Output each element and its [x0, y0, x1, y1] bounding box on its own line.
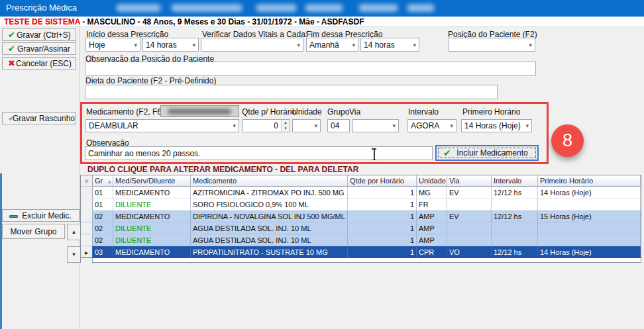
- cell-via: [447, 222, 492, 234]
- move-group-up-button[interactable]: ▲: [67, 224, 81, 240]
- cell-qtde: 1: [348, 222, 417, 234]
- end-day-value: Amanhã: [309, 40, 339, 50]
- step-number: 8: [563, 130, 572, 151]
- medication-select[interactable]: DEAMBULAR ▾: [85, 119, 239, 132]
- include-medication-button[interactable]: ✔ Incluir Medicamento: [435, 145, 539, 161]
- delete-medication-label: Excluir Medic.: [22, 211, 72, 220]
- cancel-button-label: Cancelar (ESC): [16, 59, 72, 68]
- cell-medicamento: SORO FISIOLOGICO 0,9% 100 ML: [191, 199, 348, 211]
- interval-select[interactable]: AGORA ▾: [407, 119, 456, 132]
- interval-value: AGORA: [411, 121, 439, 130]
- vitals-check-select[interactable]: ▾: [201, 38, 303, 52]
- minus-icon: [9, 215, 18, 218]
- step-8-badge: 8: [551, 124, 584, 157]
- position-observation-input[interactable]: [85, 62, 536, 75]
- table-row[interactable]: 02 DILUENTE AGUA DESTILADA SOL. INJ. 10 …: [81, 222, 641, 234]
- cell-unidade: AMP: [417, 211, 447, 222]
- cell-unidade: MG: [417, 187, 447, 199]
- table-row-selected[interactable]: ▸ 03 MEDICAMENTO PROPATILNITRATO - SUSTR…: [81, 246, 641, 258]
- delete-medication-button[interactable]: Excluir Medic.: [2, 209, 80, 222]
- redacted-title-text: [171, 4, 242, 12]
- move-group-button[interactable]: Mover Grupo: [2, 224, 65, 239]
- route-select[interactable]: ▾: [352, 119, 399, 132]
- arrow-down-icon: ▼: [72, 252, 77, 258]
- chevron-down-icon: ▾: [413, 42, 416, 48]
- stepper-arrows[interactable]: ▲ ▼: [281, 120, 290, 132]
- patient-header: TESTE DE SISTEMA - MASCULINO - 48 Anos, …: [0, 17, 644, 27]
- cell-via: EV: [447, 211, 492, 222]
- start-time-select[interactable]: 14 horas ▾: [142, 38, 199, 52]
- cell-tipo: DILUENTE: [113, 199, 191, 211]
- redacted-text: [168, 109, 231, 115]
- cell-tipo: MEDICAMENTO: [113, 187, 191, 199]
- column-header-intervalo[interactable]: Intervalo: [492, 175, 538, 187]
- start-day-select[interactable]: Hoje ▾: [85, 38, 140, 52]
- chevron-down-icon: ▾: [352, 42, 355, 48]
- diet-input[interactable]: [85, 85, 498, 99]
- cell-primeiro: 14 Horas (Hoje): [538, 246, 641, 258]
- cell-primeiro: [538, 234, 641, 246]
- cell-unidade: AMP: [417, 234, 447, 246]
- column-header-primeiro[interactable]: Primeiro Horário: [538, 175, 641, 187]
- group-input[interactable]: 04: [327, 119, 350, 132]
- cell-via: EV: [447, 187, 492, 199]
- end-day-select[interactable]: Amanhã ▾: [306, 38, 358, 52]
- cell-qtde: 1: [348, 211, 417, 222]
- chevron-down-icon: ▾: [233, 122, 236, 129]
- cell-medicamento: DIPIRONA - NOVALGINA SOL INJ 500 MG/ML 2: [191, 211, 348, 222]
- table-empty-area: [81, 258, 641, 263]
- route-label: Via: [349, 107, 360, 117]
- arrow-up-icon: ▲: [72, 229, 77, 235]
- cancel-button[interactable]: ✖ Cancelar (ESC): [2, 57, 76, 70]
- column-header-via[interactable]: Via: [447, 175, 492, 187]
- row-selector-cell: [81, 199, 93, 211]
- save-draft-button-label: Gravar Rascunho: [13, 114, 75, 123]
- move-group-down-button[interactable]: ▼: [67, 246, 81, 263]
- first-time-select[interactable]: 14 Horas (Hoje) ▾: [461, 119, 532, 132]
- group-value: 04: [331, 121, 339, 130]
- patient-details: - MASCULINO - 48 Anos, 9 Meses e 30 Dias…: [80, 17, 364, 26]
- table-row[interactable]: 02 DILUENTE AGUA DESTILADA SOL. INJ. 10 …: [81, 234, 641, 246]
- cell-primeiro: 15 Horas (Hoje): [538, 211, 641, 222]
- cell-via: VO: [447, 246, 492, 258]
- chevron-down-icon: ▾: [529, 42, 532, 48]
- row-selector-cell: [81, 222, 93, 234]
- column-header-qtde[interactable]: Qtde por Horário: [348, 175, 417, 187]
- table-row[interactable]: 01 DILUENTE SORO FISIOLOGICO 0,9% 100 ML…: [81, 199, 641, 211]
- save-draft-button[interactable]: ✔ Gravar Rascunho: [2, 112, 76, 124]
- column-header-tipo[interactable]: Med/Serv/Diluente: [113, 175, 191, 187]
- save-button[interactable]: ✔ Gravar (Ctrl+S): [2, 28, 76, 41]
- redacted-button[interactable]: [160, 105, 239, 117]
- column-header-unidade[interactable]: Unidade: [417, 175, 447, 187]
- column-header-medicamento[interactable]: Medicamento: [191, 175, 348, 187]
- unit-select[interactable]: ▾: [292, 119, 321, 132]
- patient-position-select[interactable]: ▾: [449, 38, 535, 52]
- chevron-down-icon: ▾: [314, 122, 317, 129]
- chevron-down-icon: ▾: [192, 42, 195, 48]
- table-row[interactable]: 02 MEDICAMENTO DIPIRONA - NOVALGINA SOL …: [81, 211, 641, 222]
- cell-medicamento: PROPATILNITRATO - SUSTRATE 10 MG: [191, 246, 348, 258]
- cell-intervalo: [492, 234, 538, 246]
- cell-tipo: DILUENTE: [113, 234, 191, 246]
- row-selector-cell: [81, 211, 93, 222]
- title-bar[interactable]: Prescrição Médica: [0, 0, 644, 17]
- table-row[interactable]: 01 MEDICAMENTO AZITROMICINA - ZITROMAX P…: [81, 187, 641, 199]
- medications-table: ✳ Gr▲ Med/Serv/Diluente Medicamento Qtde…: [80, 175, 641, 263]
- cell-tipo: MEDICAMENTO: [113, 246, 191, 258]
- window-title: Prescrição Médica: [6, 3, 77, 13]
- end-time-select[interactable]: 14 horas ▾: [360, 38, 419, 52]
- save-sign-button[interactable]: ✔ Gravar/Assinar: [2, 42, 76, 55]
- spin-down-icon: ▼: [282, 126, 290, 132]
- check-icon: ✔: [8, 44, 15, 53]
- observation-input[interactable]: Caminhar ao menos 20 passos.: [85, 146, 433, 160]
- asterisk-icon: ✳: [84, 178, 89, 185]
- chevron-down-icon: ▾: [525, 122, 529, 129]
- qty-per-time-stepper[interactable]: 0 ▲ ▼: [242, 119, 290, 132]
- cell-unidade: FR: [417, 199, 447, 211]
- cell-qtde: 1: [348, 234, 417, 246]
- column-header-gr[interactable]: Gr▲: [93, 175, 113, 187]
- medication-value: DEAMBULAR: [89, 121, 138, 130]
- medication-label: Medicamento (F2, F6): [86, 107, 164, 117]
- cell-gr: 02: [93, 234, 113, 246]
- cell-gr: 03: [93, 246, 113, 258]
